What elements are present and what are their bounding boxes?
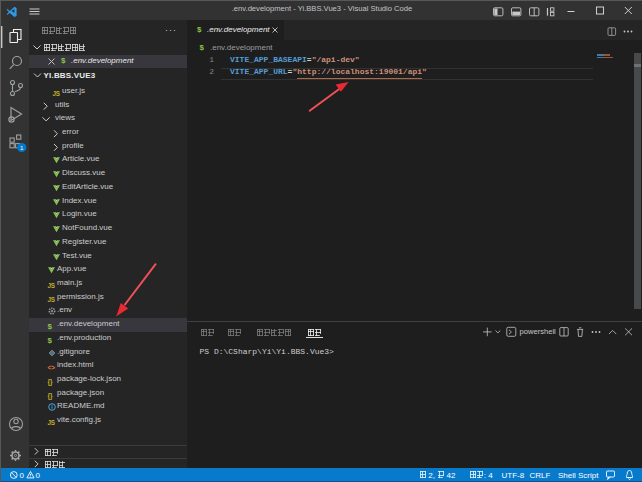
svg-text:1: 1 — [20, 144, 24, 151]
